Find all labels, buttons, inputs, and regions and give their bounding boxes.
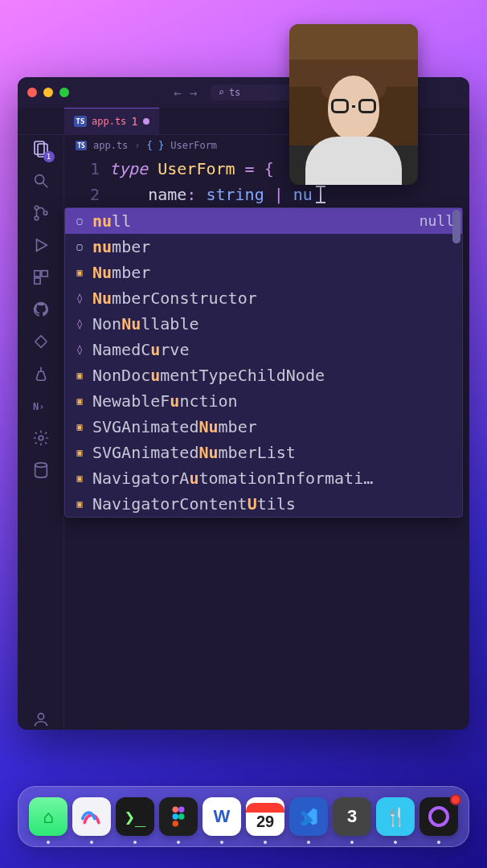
suggest-item[interactable]: ▣NavigatorAutomationInformati… [65, 465, 462, 491]
text-cursor-icon [314, 186, 327, 203]
search-text: ts [229, 87, 240, 98]
class-icon: ▣ [73, 266, 86, 279]
breadcrumb-symbol: UserForm [170, 140, 217, 151]
suggest-label: NavigatorContentUtils [92, 491, 454, 517]
code-area[interactable]: 1234567891011 type UserForm = { name: st… [64, 156, 469, 730]
suggest-item[interactable]: ▢nullnull [65, 208, 462, 234]
activity-bar: 1 N› [18, 135, 64, 730]
class-icon: ▣ [73, 497, 86, 510]
github-icon[interactable] [31, 299, 51, 320]
maximize-window-button[interactable] [59, 88, 69, 97]
svg-marker-7 [36, 240, 47, 252]
dock-app-8[interactable]: 3 [333, 797, 371, 836]
suggest-label: NonDocumentTypeChildNode [92, 362, 454, 388]
tab-label: app.ts [92, 116, 126, 127]
suggest-item[interactable]: ▣SVGAnimatedNumber [65, 414, 462, 440]
breadcrumb-file: app.ts [93, 140, 128, 151]
suggest-detail: null [419, 208, 454, 234]
svg-point-4 [35, 206, 39, 210]
keyword-icon: ▢ [73, 215, 86, 227]
typescript-file-icon: TS [76, 141, 87, 150]
class-icon: ▣ [73, 395, 86, 407]
nx-icon[interactable]: N› [31, 395, 51, 416]
explorer-icon[interactable]: 1 [31, 138, 51, 159]
suggest-item[interactable]: ▣NewableFunction [65, 388, 462, 414]
class-icon: ▣ [73, 420, 86, 433]
test-icon[interactable] [31, 363, 51, 384]
intellisense-popup[interactable]: ▢nullnull▢number▣Number◊NumberConstructo… [64, 207, 463, 518]
dock-app-calendar[interactable]: 29 [246, 797, 284, 836]
tab-problem-count: 1 [131, 115, 137, 128]
suggest-label: SVGAnimatedNumber [92, 414, 454, 440]
nav-forward-icon[interactable]: → [190, 85, 198, 100]
run-debug-icon[interactable] [31, 235, 51, 256]
suggest-label: NumberConstructor [92, 285, 454, 311]
tab-app-ts[interactable]: TS app.ts 1 [64, 108, 159, 134]
share-icon[interactable] [31, 331, 51, 352]
suggest-scrollbar[interactable] [452, 210, 460, 244]
suggest-label: Number [92, 260, 454, 285]
class-icon: ▣ [73, 369, 86, 382]
svg-rect-8 [34, 271, 39, 276]
dock-app-fork[interactable]: 🍴 [376, 797, 415, 836]
svg-point-16 [178, 807, 185, 813]
suggest-item[interactable]: ▣NonDocumentTypeChildNode [65, 362, 462, 388]
search-activity-icon[interactable] [31, 170, 51, 191]
database-icon[interactable] [31, 460, 51, 481]
svg-point-14 [38, 714, 43, 719]
suggest-label: NavigatorAutomationInformati… [92, 465, 454, 491]
interface-icon: ◊ [73, 343, 86, 356]
svg-rect-9 [41, 271, 47, 276]
svg-point-6 [43, 211, 47, 215]
suggest-item[interactable]: ◊NumberConstructor [65, 285, 462, 311]
search-icon: ⌕ [219, 87, 224, 98]
suggest-label: NewableFunction [92, 388, 454, 414]
suggest-item[interactable]: ◊NamedCurve [65, 337, 462, 362]
chevron-right-icon: › [134, 140, 140, 151]
dock-app-vscode[interactable] [289, 797, 328, 836]
svg-rect-10 [34, 278, 39, 284]
keyword-icon: ▢ [73, 240, 86, 253]
nav-back-icon[interactable]: ← [174, 85, 182, 100]
code-line[interactable]: name: string | nu [109, 182, 469, 207]
suggest-label: NamedCurve [92, 337, 454, 362]
svg-point-15 [173, 807, 179, 813]
suggest-label: null [92, 208, 413, 234]
class-icon: ▣ [73, 472, 86, 485]
suggest-label: number [92, 234, 454, 260]
svg-point-12 [39, 436, 43, 440]
dock-app-figma[interactable] [159, 797, 198, 836]
svg-point-17 [173, 813, 179, 820]
source-control-icon[interactable] [31, 203, 51, 223]
suggest-label: SVGAnimatedNumberList [92, 440, 454, 465]
suggest-item[interactable]: ▣SVGAnimatedNumberList [65, 440, 462, 465]
close-window-button[interactable] [27, 88, 37, 97]
calendar-day: 29 [256, 813, 274, 831]
svg-point-13 [35, 463, 47, 468]
typescript-file-icon: TS [74, 116, 87, 127]
suggest-item[interactable]: ▣NavigatorContentUtils [65, 491, 462, 517]
suggest-item[interactable]: ▣Number [65, 260, 462, 285]
svg-line-3 [43, 183, 47, 188]
svg-point-19 [173, 821, 179, 827]
suggest-item[interactable]: ▢number [65, 234, 462, 260]
line-number: 2 [64, 182, 100, 207]
account-icon[interactable] [31, 709, 51, 730]
dock-app-1[interactable]: ⌂ [29, 797, 68, 836]
dock-app-terminal[interactable]: ❯_ [116, 797, 154, 836]
dock-app-arc[interactable] [72, 797, 111, 836]
line-number: 1 [64, 156, 100, 182]
suggest-item[interactable]: ◊NonNullable [65, 311, 462, 337]
traffic-lights [27, 88, 69, 97]
macos-dock: ⌂ ❯_ W 29 3 🍴 [18, 786, 469, 847]
settings-gear-icon[interactable] [31, 428, 51, 448]
minimize-window-button[interactable] [43, 88, 53, 97]
dock-app-browser[interactable] [419, 797, 458, 836]
suggest-label: NonNullable [92, 311, 454, 337]
svg-text:N›: N› [33, 401, 44, 412]
dock-app-word[interactable]: W [203, 797, 241, 836]
notification-badge-icon [450, 794, 461, 805]
webcam-overlay [289, 24, 418, 185]
extensions-icon[interactable] [31, 267, 51, 288]
class-icon: ▣ [73, 446, 86, 459]
